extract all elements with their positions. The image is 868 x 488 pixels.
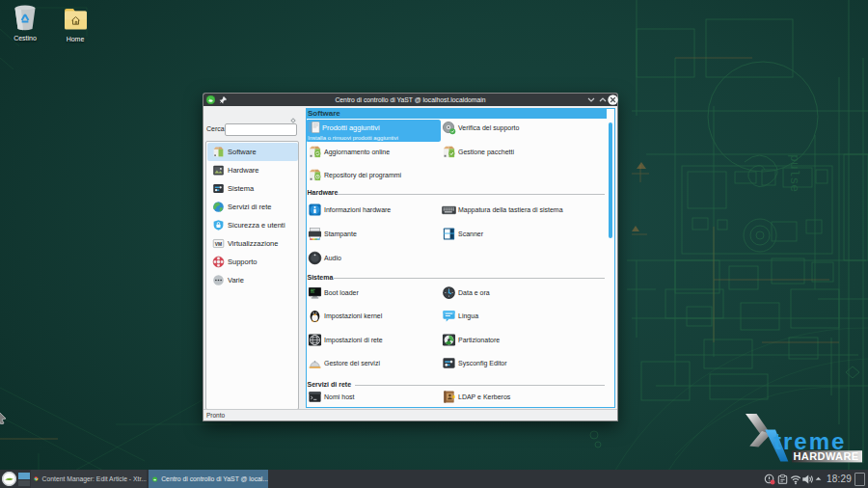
svg-text:VM: VM: [215, 242, 222, 247]
svg-text:pulse: pulse: [787, 154, 801, 192]
svg-text:HARDWARE: HARDWARE: [794, 450, 859, 462]
